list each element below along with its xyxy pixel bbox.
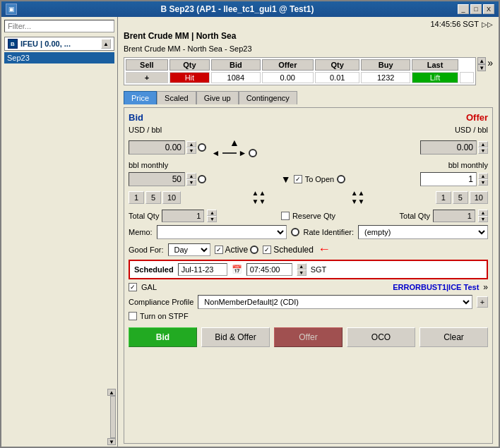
- tab-price[interactable]: Price: [124, 91, 157, 104]
- rate-select[interactable]: (empty): [358, 225, 488, 239]
- memo-row: Memo: Rate Identifier: (empty): [129, 225, 488, 239]
- total-qty-up-right[interactable]: ▲: [478, 210, 488, 216]
- tab-giveup[interactable]: Give up: [196, 91, 239, 104]
- col-qty1: Qty: [169, 59, 210, 71]
- offer-price-input[interactable]: [420, 140, 477, 155]
- center-radio[interactable]: [249, 149, 257, 157]
- usd-label-left: USD / bbl: [129, 126, 162, 134]
- time-spinner: ▲ ▼: [297, 263, 306, 276]
- offer-price-down[interactable]: ▼: [478, 147, 488, 154]
- bid-price-up[interactable]: ▲: [186, 141, 196, 147]
- market-sell-qty: 1084: [211, 72, 261, 83]
- market-lift[interactable]: Lift: [412, 72, 458, 83]
- active-checkbox[interactable]: [215, 246, 223, 254]
- instrument-subtitle: Brent Crude MM - North Sea - Sep23: [124, 44, 493, 53]
- compliance-plus[interactable]: +: [477, 296, 488, 308]
- to-open-checkbox[interactable]: [294, 175, 302, 183]
- time-down[interactable]: ▼: [297, 270, 306, 276]
- market-scroll-up[interactable]: ▲: [477, 57, 486, 64]
- sidebar-scroll-up[interactable]: ▲: [107, 389, 116, 396]
- bid-price-input[interactable]: [129, 140, 185, 155]
- time-up[interactable]: ▲: [297, 263, 306, 270]
- offer-button[interactable]: Offer: [274, 327, 343, 347]
- sidebar-scrollbar[interactable]: [110, 396, 116, 438]
- expand-icon[interactable]: »: [483, 282, 488, 292]
- offer-header: Offer: [466, 112, 488, 123]
- sidebar-item-ifeu[interactable]: B IFEU | 0.00, ... ▲: [4, 37, 114, 51]
- memo-select[interactable]: [157, 225, 287, 239]
- arrow-mid: ◄ ►: [212, 148, 258, 158]
- offer-qty-down[interactable]: ▼: [478, 179, 488, 186]
- market-bid: 0.00: [262, 72, 314, 83]
- offer-qty-up[interactable]: ▲: [478, 173, 488, 179]
- button-row: Bid Bid & Offer Offer OCO Clear: [129, 325, 488, 347]
- bid-qty-up[interactable]: ▲: [186, 173, 196, 179]
- scheduled-date-input[interactable]: [178, 263, 227, 276]
- offer-price-up[interactable]: ▲: [478, 141, 488, 147]
- to-open-label: To Open: [305, 175, 335, 183]
- scheduled-checkbox[interactable]: [263, 246, 271, 254]
- stpf-checkbox[interactable]: [129, 312, 137, 320]
- compliance-row: Compliance Profile NonMemberDefault|2 (C…: [129, 295, 488, 309]
- inc-left-10[interactable]: 10: [162, 191, 181, 204]
- total-qty-up-left[interactable]: ▲: [207, 210, 217, 216]
- inc-right-10[interactable]: 10: [470, 191, 488, 204]
- arrow-up: ▲: [230, 137, 239, 148]
- sidebar-item-sub[interactable]: Sep23: [4, 52, 114, 63]
- memo-radio[interactable]: [291, 228, 299, 236]
- market-offer: 0.01: [315, 72, 359, 83]
- total-qty-label-left: Total Qty: [129, 212, 159, 220]
- inc-row: 1 5 10 ▲▲ ▼▼ ▲▲ ▼▼ 1 5 10: [129, 189, 488, 205]
- market-scroll-down[interactable]: ▼: [477, 64, 486, 71]
- to-open-area: ▼ To Open: [206, 174, 420, 185]
- tab-scaled[interactable]: Scaled: [157, 91, 196, 104]
- chevron-right-down[interactable]: ▼▼: [351, 198, 365, 205]
- bid-qty-input[interactable]: [129, 172, 185, 186]
- active-radio[interactable]: [250, 246, 258, 254]
- calendar-icon[interactable]: 📅: [232, 265, 242, 274]
- clear-button[interactable]: Clear: [419, 327, 488, 347]
- offer-qty-input[interactable]: [420, 172, 477, 186]
- maximize-button[interactable]: □: [470, 4, 482, 14]
- active-area: Active: [215, 245, 259, 255]
- chevron-up[interactable]: ▲▲: [252, 189, 266, 197]
- oco-button[interactable]: OCO: [347, 327, 415, 347]
- goodfor-select[interactable]: Day: [168, 243, 210, 256]
- sidebar-scroll-down[interactable]: ▼: [107, 438, 116, 445]
- gal-checkbox[interactable]: [129, 283, 137, 291]
- close-button[interactable]: X: [483, 4, 494, 14]
- to-open-radio[interactable]: [337, 175, 345, 183]
- inc-left-1[interactable]: 1: [129, 191, 144, 204]
- app-icon: ▣: [6, 4, 17, 15]
- minimize-button[interactable]: _: [458, 4, 469, 14]
- bid-radio[interactable]: [198, 143, 206, 152]
- market-expand[interactable]: »: [487, 57, 493, 85]
- bid-offer-button[interactable]: Bid & Offer: [201, 327, 270, 347]
- tab-contingency[interactable]: Contingency: [239, 91, 297, 104]
- bid-price-down[interactable]: ▼: [186, 147, 196, 154]
- window-title: B Sep23 (AP1 - llee_tc1_gui1 @ Test1): [17, 4, 458, 14]
- scheduled-time-input[interactable]: [246, 263, 292, 276]
- bid-qty-down[interactable]: ▼: [186, 179, 196, 186]
- total-qty-down-left[interactable]: ▼: [207, 216, 217, 222]
- inc-right-1[interactable]: 1: [436, 191, 451, 204]
- sidebar-empty: [1, 65, 117, 387]
- total-qty-input-left[interactable]: [162, 210, 204, 222]
- filter-input[interactable]: [4, 20, 114, 32]
- total-qty-down-right[interactable]: ▼: [478, 216, 488, 222]
- expand-arrow[interactable]: ▷▷: [482, 20, 493, 28]
- qty-radio[interactable]: [198, 175, 206, 183]
- inc-right-5[interactable]: 5: [453, 191, 468, 204]
- sidebar-scroll-btn[interactable]: ▲: [101, 39, 111, 49]
- instrument-title: Brent Crude MM | North Sea: [124, 31, 493, 41]
- compliance-select[interactable]: NonMemberDefault|2 (CDI): [198, 295, 472, 309]
- chevron-down[interactable]: ▼▼: [252, 198, 266, 205]
- chevron-right-up[interactable]: ▲▲: [351, 189, 365, 197]
- reserve-checkbox[interactable]: [281, 212, 290, 220]
- market-hit[interactable]: Hit: [169, 72, 210, 83]
- inc-left-5[interactable]: 5: [145, 191, 161, 204]
- tz-label: SGT: [311, 265, 327, 274]
- total-qty-input-right[interactable]: [433, 210, 475, 222]
- bid-button[interactable]: Bid: [129, 327, 197, 347]
- memo-label: Memo:: [129, 228, 153, 236]
